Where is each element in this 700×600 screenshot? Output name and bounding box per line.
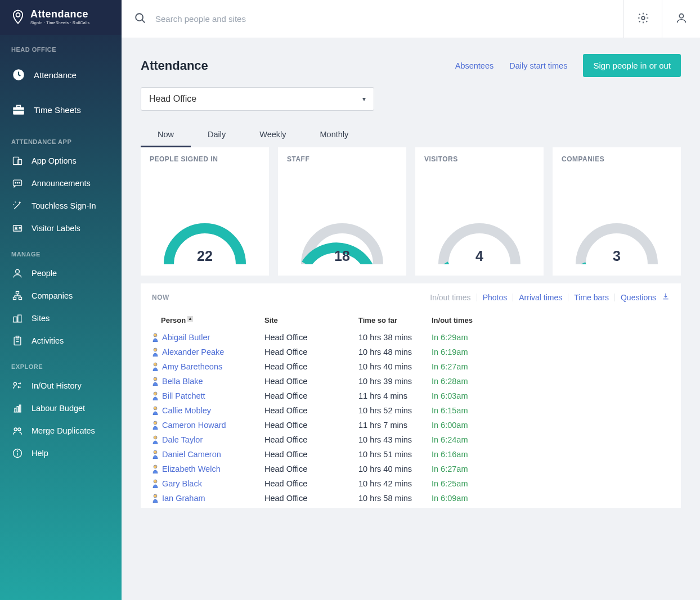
site-select[interactable]: Head Office ▾	[141, 87, 374, 111]
tab-weekly[interactable]: Weekly	[243, 123, 303, 147]
table-row: Dale Taylor Head Office 10 hrs 43 mins I…	[152, 432, 670, 447]
svg-rect-3	[17, 105, 21, 107]
svg-point-41	[154, 348, 157, 351]
gear-icon	[637, 12, 649, 26]
sidebar-item-inout-history[interactable]: In/Out History	[0, 375, 122, 397]
svg-rect-29	[17, 407, 19, 412]
tab-monthly[interactable]: Monthly	[303, 123, 366, 147]
time-cell: 10 hrs 48 mins	[358, 348, 432, 357]
gauge: 3	[572, 219, 662, 264]
daily-start-times-link[interactable]: Daily start times	[509, 61, 567, 70]
sidebar-item-people[interactable]: People	[0, 262, 122, 285]
time-cell: 10 hrs 52 mins	[358, 406, 432, 415]
card-label: PEOPLE SIGNED IN	[150, 155, 260, 163]
inout-cell: In 6:29am	[432, 333, 468, 342]
inout-cell: In 6:09am	[432, 494, 468, 503]
col-person[interactable]: Person	[161, 316, 186, 324]
sidebar-item-companies[interactable]: Companies	[0, 285, 122, 307]
person-link[interactable]: Bill Patchett	[162, 391, 205, 400]
person-link[interactable]: Daniel Cameron	[162, 450, 221, 459]
person-link[interactable]: Alexander Peake	[162, 348, 224, 357]
time-tabs: NowDailyWeeklyMonthly	[141, 123, 681, 147]
photos-link[interactable]: Photos	[483, 293, 508, 302]
search-input[interactable]	[155, 14, 380, 24]
card-label: VISITORS	[424, 155, 535, 163]
bar-chart-icon	[11, 403, 24, 414]
pin-icon	[10, 9, 26, 25]
person-link[interactable]: Dale Taylor	[162, 435, 203, 444]
settings-button[interactable]	[623, 0, 662, 38]
org-chart-icon	[11, 290, 24, 301]
table-row: Daniel Cameron Head Office 10 hrs 51 min…	[152, 447, 670, 462]
svg-rect-30	[19, 405, 21, 412]
person-figure-icon	[152, 362, 159, 371]
download-icon[interactable]	[662, 292, 670, 303]
person-link[interactable]: Bella Blake	[162, 377, 203, 386]
time-bars-link[interactable]: Time bars	[574, 293, 609, 302]
tab-now[interactable]: Now	[141, 123, 191, 147]
sidebar-item-labour-budget[interactable]: Labour Budget	[0, 397, 122, 419]
person-figure-icon	[152, 464, 159, 473]
sidebar-item-announcements[interactable]: Announcements	[0, 172, 122, 195]
time-cell: 10 hrs 40 mins	[358, 464, 432, 473]
site-cell: Head Office	[264, 333, 358, 342]
svg-point-47	[154, 436, 157, 439]
inout-cell: In 6:28am	[432, 377, 468, 386]
time-cell: 10 hrs 58 mins	[358, 494, 432, 503]
tab-daily[interactable]: Daily	[191, 123, 243, 147]
sidebar-item-activities[interactable]: Activities	[0, 330, 122, 352]
person-icon	[11, 268, 24, 279]
chat-icon	[11, 178, 24, 189]
inout-cell: In 6:00am	[432, 421, 468, 430]
site-cell: Head Office	[264, 479, 358, 488]
sidebar-item-label: App Options	[32, 156, 77, 165]
svg-rect-19	[14, 317, 17, 322]
person-link[interactable]: Callie Mobley	[162, 406, 211, 415]
card-value: 18	[297, 248, 387, 264]
sidebar-item-merge-duplicates[interactable]: Merge Duplicates	[0, 419, 122, 442]
profile-button[interactable]	[662, 0, 700, 38]
table-row: Ian Graham Head Office 10 hrs 58 mins In…	[152, 491, 670, 506]
sign-people-button[interactable]: Sign people in or out	[583, 54, 681, 77]
table-row: Elizabeth Welch Head Office 10 hrs 40 mi…	[152, 462, 670, 476]
person-link[interactable]: Gary Black	[162, 479, 202, 488]
sidebar-item-app-options[interactable]: App Options	[0, 150, 122, 172]
site-cell: Head Office	[264, 494, 358, 503]
gauge: 18	[297, 219, 387, 264]
card-value: 4	[434, 248, 524, 264]
table-row: Abigail Butler Head Office 10 hrs 38 min…	[152, 330, 670, 345]
sidebar-item-attendance[interactable]: Attendance	[0, 57, 122, 92]
svg-rect-28	[15, 408, 16, 412]
person-link[interactable]: Cameron Howard	[162, 421, 226, 430]
time-cell: 10 hrs 42 mins	[358, 479, 432, 488]
sidebar-item-touchless-signin[interactable]: Touchless Sign-In	[0, 195, 122, 217]
sidebar-item-time-sheets[interactable]: Time Sheets	[0, 92, 122, 127]
svg-rect-17	[14, 297, 16, 300]
site-select-value: Head Office	[149, 94, 196, 104]
arrival-times-link[interactable]: Arrival times	[519, 293, 562, 302]
inout-cell: In 6:25am	[432, 479, 468, 488]
col-inout[interactable]: In/out times	[432, 316, 670, 324]
table-row: Bill Patchett Head Office 11 hrs 4 mins …	[152, 389, 670, 403]
col-site[interactable]: Site	[264, 316, 358, 324]
gauge: 22	[160, 219, 250, 264]
person-link[interactable]: Ian Graham	[162, 494, 205, 503]
sidebar-item-label: Announcements	[32, 179, 91, 188]
table-row: Gary Black Head Office 10 hrs 42 mins In…	[152, 476, 670, 491]
person-link[interactable]: Abigail Butler	[162, 333, 210, 342]
stat-card: STAFF 18	[278, 147, 406, 276]
sidebar-item-sites[interactable]: Sites	[0, 307, 122, 330]
sidebar-item-label: In/Out History	[32, 381, 82, 390]
person-link[interactable]: Amy Baretheons	[162, 362, 222, 371]
absentees-link[interactable]: Absentees	[455, 61, 494, 70]
id-card-icon	[11, 223, 24, 234]
person-link[interactable]: Elizabeth Welch	[162, 464, 221, 473]
merge-people-icon	[11, 425, 24, 436]
logo: Attendance SignIn · TimeSheets · RollCal…	[0, 0, 122, 35]
svg-point-26	[14, 382, 16, 385]
sidebar-item-visitor-labels[interactable]: Visitor Labels	[0, 217, 122, 240]
sidebar-item-help[interactable]: Help	[0, 442, 122, 464]
questions-link[interactable]: Questions	[621, 293, 656, 302]
svg-rect-20	[18, 315, 21, 322]
col-time[interactable]: Time so far	[358, 316, 432, 324]
